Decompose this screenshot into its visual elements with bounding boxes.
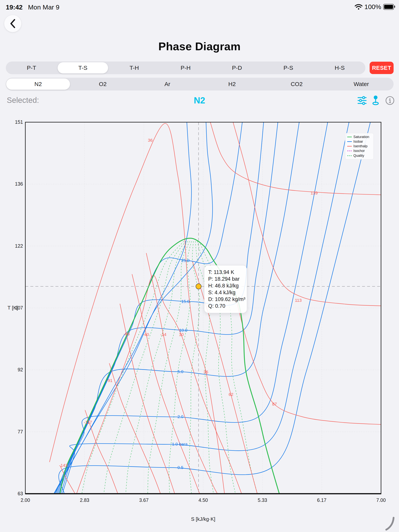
isenthalp-label: 62: [229, 392, 233, 397]
app-screen: { "status_bar": {"time": "19:42", "date"…: [0, 0, 399, 532]
legend-item-isobar: Isobar: [347, 139, 372, 144]
curve-H=87: [235, 295, 381, 424]
isobar-line-swatch: [347, 141, 352, 142]
y-tick-label: 136: [15, 181, 23, 187]
selected-point-marker: [196, 284, 201, 289]
isenthalp-label: -14: [160, 332, 166, 337]
point-tooltip: T: 113.94 K P: 18.294 bar H: 46.8 kJ/kg …: [204, 265, 247, 313]
isobar-label: 0.5: [177, 465, 184, 470]
curve-Q=0.4: [148, 241, 190, 494]
legend-item-saturation: Saturation: [347, 135, 372, 139]
isobar-label: 2.0: [177, 414, 184, 419]
x-tick-label: 4.50: [198, 497, 208, 503]
y-tick-label: 122: [15, 243, 23, 249]
isenthalp-label: 139: [311, 191, 318, 196]
quality-line-swatch: [347, 155, 352, 156]
isobar-label: 5.0: [177, 369, 184, 374]
tooltip-enthalpy: H: 46.8 kJ/kg: [208, 282, 243, 289]
gridlines: [25, 122, 381, 494]
isenthalp-label: 36: [203, 370, 208, 374]
isenthalp-label: 87: [272, 402, 277, 406]
y-tick-label: 92: [18, 367, 23, 372]
x-tick-label: 2.83: [80, 497, 89, 503]
tooltip-temperature: T: 113.94 K: [208, 269, 243, 276]
curve-labels: 25.015.010.05.02.01.0 bara0.536139113-66…: [59, 138, 318, 470]
tooltip-entropy: S: 4.4 kJ/kg: [208, 289, 243, 296]
curve-Q=0.1: [82, 241, 184, 494]
curve-Q=0.5: [169, 241, 191, 494]
isenthalp-label: -40: [143, 332, 149, 337]
isenthalp-label: 36: [148, 138, 152, 143]
y-tick-label: 151: [15, 119, 23, 125]
chart-legend: Saturation Isobar Isenthalp Isochor Qual…: [345, 133, 374, 159]
isenthalp-label: -91: [106, 378, 113, 383]
tooltip-quality: Q: 0.70: [208, 303, 243, 310]
isenthalp-label: 10: [179, 332, 184, 337]
legend-item-isochor: Isochor: [347, 149, 372, 153]
x-tick-label: 7.00: [376, 497, 386, 503]
x-tick-label: 5.33: [258, 497, 267, 503]
isenthalp-label: 113: [295, 298, 302, 303]
x-tick-label: 6.17: [317, 497, 327, 503]
isochor-line-swatch: [347, 151, 352, 151]
isenthalp-label: -143: [59, 463, 68, 468]
tooltip-density: D: 109.62 kg/m³: [208, 296, 243, 303]
legend-item-isenthalp: Isenthalp: [347, 144, 372, 148]
x-tick-label: 2.00: [21, 497, 30, 503]
tooltip-pressure: P: 18.294 bar: [208, 276, 243, 282]
isobar-label: 1.0 bara: [172, 442, 188, 447]
y-axis-title: T [K]: [7, 305, 18, 311]
y-tick-label: 77: [18, 429, 23, 434]
saturation-line-swatch: [347, 137, 352, 137]
x-axis-title: S [kJ/kg·K]: [191, 516, 215, 522]
curve-Q=0.6: [189, 241, 200, 494]
phase-diagram-chart[interactable]: 2.002.833.674.505.336.177.00151136122107…: [0, 0, 399, 532]
y-tick-label: 63: [18, 491, 23, 496]
legend-item-quality: Quality: [347, 153, 372, 158]
pencil-scribble: [385, 516, 396, 532]
isobar-label: 15.0: [181, 299, 190, 304]
isenthalp-line-swatch: [347, 146, 352, 146]
isobar-label: 25.0: [181, 258, 190, 263]
isenthalp-label: -66: [124, 331, 130, 336]
curve-H=-91: [109, 363, 160, 494]
x-tick-label: 3.67: [139, 497, 149, 503]
isenthalp-label: -117: [84, 420, 92, 425]
